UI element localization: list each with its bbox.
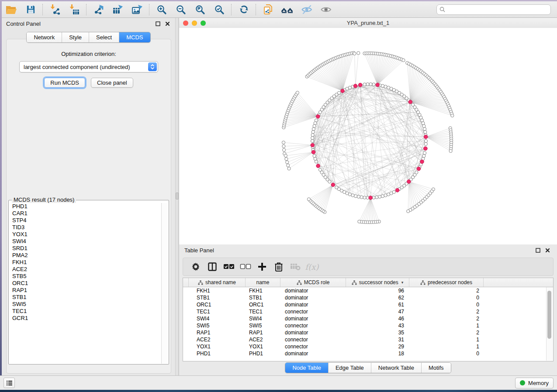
graph-node[interactable] [282, 141, 285, 144]
graph-node[interactable] [311, 134, 314, 137]
graph-node[interactable] [449, 149, 452, 152]
mcds-result-item[interactable]: SWI4 [9, 238, 161, 245]
graph-node[interactable] [283, 148, 286, 151]
first-neighbors-button[interactable] [278, 3, 297, 17]
mcds-result-item[interactable]: STB5 [9, 273, 161, 280]
save-session-button[interactable] [21, 3, 40, 17]
zoom-out-button[interactable] [171, 3, 190, 17]
graph-node[interactable] [381, 84, 384, 87]
tab-network-table[interactable]: Network Table [371, 363, 422, 373]
graph-node[interactable] [423, 151, 426, 155]
graph-node[interactable] [402, 58, 405, 62]
graph-node[interactable] [296, 91, 299, 94]
graph-hub-node[interactable] [395, 189, 399, 193]
graph-node[interactable] [312, 127, 315, 131]
tab-motifs[interactable]: Motifs [422, 363, 451, 373]
graph-hub-node[interactable] [353, 84, 357, 88]
graph-node[interactable] [357, 195, 360, 198]
graph-hub-node[interactable] [408, 100, 412, 104]
column-header-shared-name[interactable]: shared name [189, 278, 246, 287]
graph-hub-node[interactable] [424, 147, 428, 151]
graph-hub-node[interactable] [358, 83, 362, 87]
graph-node[interactable] [363, 196, 366, 199]
mcds-result-item[interactable]: ACE2 [9, 266, 161, 273]
open-file-button[interactable] [2, 3, 21, 17]
graph-node[interactable] [307, 198, 310, 201]
vertical-splitter[interactable] [175, 18, 179, 375]
search-input[interactable] [447, 6, 548, 13]
graph-node[interactable] [424, 139, 427, 142]
graph-node[interactable] [422, 155, 426, 158]
graph-hub-node[interactable] [316, 164, 320, 168]
graph-node[interactable] [353, 52, 356, 55]
table-panel-float-button[interactable] [534, 247, 541, 254]
graph-hub-node[interactable] [311, 150, 315, 154]
graph-node[interactable] [351, 194, 354, 197]
control-panel-close-button[interactable] [164, 20, 171, 27]
graph-node[interactable] [366, 83, 369, 86]
graph-node[interactable] [384, 85, 387, 88]
graph-node[interactable] [372, 83, 375, 86]
graph-hub-node[interactable] [331, 183, 335, 187]
graph-hub-node[interactable] [311, 143, 315, 147]
tab-edge-table[interactable]: Edge Table [329, 363, 371, 373]
graph-node[interactable] [422, 124, 426, 127]
delete-column-button[interactable] [271, 259, 286, 274]
apply-layout-button[interactable] [234, 3, 253, 17]
graph-hub-node[interactable] [417, 167, 421, 171]
import-table-button[interactable] [65, 3, 84, 17]
column-header-successor-nodes[interactable]: successor nodes▾ [346, 278, 409, 287]
graph-node[interactable] [284, 154, 287, 157]
show-all-button[interactable] [316, 3, 336, 17]
tab-mcds[interactable]: MCDS [119, 32, 150, 42]
graph-node[interactable] [287, 164, 290, 167]
graph-node[interactable] [313, 124, 316, 127]
mcds-result-item[interactable]: SWI5 [9, 301, 161, 308]
mcds-result-item[interactable]: ORC1 [9, 280, 161, 287]
table-row[interactable]: SWI4SWI4dominator462 [183, 315, 553, 322]
hide-selected-button[interactable] [297, 3, 316, 17]
tab-network[interactable]: Network [27, 32, 62, 42]
graph-node[interactable] [424, 142, 427, 145]
import-network-button[interactable] [45, 3, 65, 17]
network-canvas[interactable] [179, 28, 557, 244]
mcds-result-item[interactable]: CAR1 [9, 210, 161, 217]
graph-node[interactable] [451, 114, 454, 117]
table-panel-close-button[interactable] [544, 247, 551, 254]
graph-node[interactable] [407, 210, 410, 213]
memory-button[interactable]: Memory [515, 378, 554, 389]
graph-node[interactable] [357, 52, 360, 55]
column-header-MCDS-role[interactable]: MCDS role [280, 278, 346, 287]
deselect-all-rows-button[interactable] [238, 259, 253, 274]
export-network-button[interactable] [89, 3, 108, 17]
mcds-result-item[interactable]: TID3 [9, 224, 161, 231]
graph-node[interactable] [381, 195, 384, 198]
graph-hub-node[interactable] [376, 83, 380, 87]
delete-table-button[interactable] [288, 259, 303, 274]
control-panel-float-button[interactable] [154, 20, 161, 27]
table-scrollbar[interactable] [546, 287, 553, 361]
graph-hub-node[interactable] [341, 89, 345, 93]
graph-node[interactable] [424, 131, 427, 134]
graph-node[interactable] [378, 195, 381, 198]
graph-hub-node[interactable] [407, 180, 411, 184]
graph-node[interactable] [315, 160, 318, 163]
mcds-result-item[interactable]: FKH1 [9, 259, 161, 266]
table-settings-button[interactable] [188, 259, 203, 274]
show-columns-button[interactable] [205, 259, 220, 274]
mcds-result-item[interactable]: SRD1 [9, 245, 161, 252]
graph-node[interactable] [392, 190, 395, 193]
select-all-rows-button[interactable] [221, 259, 236, 274]
export-table-button[interactable] [108, 3, 128, 17]
criterion-dropdown[interactable]: largest connected component (undirected) [19, 61, 158, 72]
duplicate-network-button[interactable] [259, 3, 278, 17]
zoom-selected-button[interactable] [210, 3, 229, 17]
graph-node[interactable] [412, 103, 415, 106]
add-column-button[interactable] [255, 259, 270, 274]
mcds-result-item[interactable]: STP4 [9, 217, 161, 224]
graph-node[interactable] [354, 195, 357, 198]
graph-node[interactable] [285, 158, 288, 161]
mcds-result-item[interactable]: PMA2 [9, 252, 161, 259]
splitter-grip[interactable] [176, 193, 179, 199]
graph-node[interactable] [328, 180, 331, 183]
